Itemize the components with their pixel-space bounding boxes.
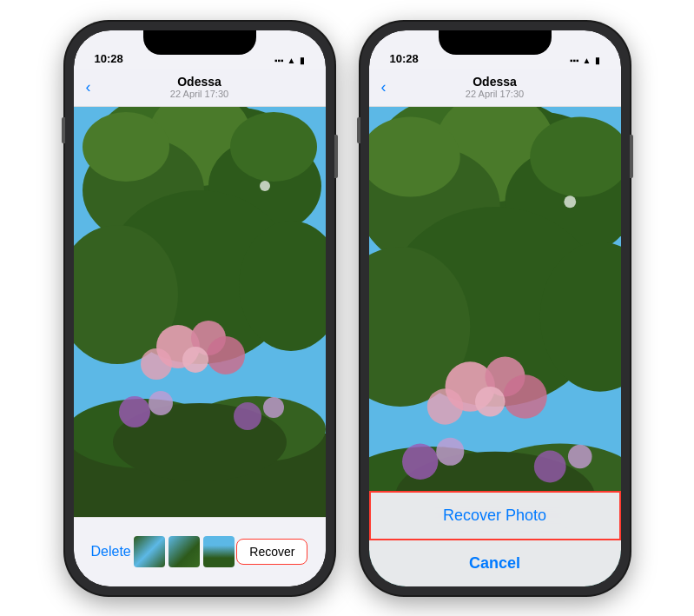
status-icons-1: ▪▪▪ ▲ ▮: [274, 56, 305, 65]
phone-1: 10:28 ▪▪▪ ▲ ▮ ‹ Odessa 22 April 17:30: [65, 22, 334, 595]
svg-point-21: [119, 396, 150, 427]
svg-point-24: [263, 397, 284, 418]
phone-inner-2: 10:28 ▪▪▪ ▲ ▮ ‹ Odessa 22 April 17:30: [369, 30, 621, 586]
phone-inner-1: 10:28 ▪▪▪ ▲ ▮ ‹ Odessa 22 April 17:30: [74, 30, 326, 586]
nav-title-1: Odessa 22 April 17:30: [170, 75, 228, 100]
recover-button[interactable]: Recover: [236, 539, 307, 565]
svg-point-50: [567, 444, 592, 468]
battery-icon-2: ▮: [595, 56, 600, 65]
thumb-image-2: [169, 536, 200, 567]
svg-point-47: [402, 443, 438, 479]
thumbnail-2: [169, 536, 200, 567]
wifi-icon-2: ▲: [583, 56, 592, 65]
back-button-1[interactable]: ‹: [86, 78, 91, 96]
svg-point-8: [230, 112, 317, 182]
svg-point-7: [83, 112, 169, 182]
thumb-image-1: [134, 536, 165, 567]
svg-point-40: [426, 388, 462, 424]
chevron-left-icon: ‹: [86, 78, 91, 96]
notch-1: [143, 30, 256, 55]
photo-scene-1: [74, 107, 326, 517]
volume-button-2: [357, 117, 360, 143]
signal-icon: ▪▪▪: [274, 56, 284, 65]
chevron-left-icon-2: ‹: [381, 78, 387, 96]
nav-bar-1: ‹ Odessa 22 April 17:30: [74, 69, 326, 107]
thumb-image-3: [203, 536, 235, 567]
photo-area-1: [74, 107, 326, 517]
svg-point-49: [533, 450, 565, 482]
phone-screen-2: 10:28 ▪▪▪ ▲ ▮ ‹ Odessa 22 April 17:30: [369, 30, 621, 586]
tree-image-1: [74, 107, 326, 517]
notch-2: [439, 30, 552, 55]
album-title-2: Odessa: [466, 75, 524, 89]
recover-photo-button[interactable]: Recover Photo: [369, 491, 621, 540]
phone-frame-2: 10:28 ▪▪▪ ▲ ▮ ‹ Odessa 22 April 17:30: [360, 22, 630, 595]
svg-point-23: [234, 402, 261, 430]
phone-2: 10:28 ▪▪▪ ▲ ▮ ‹ Odessa 22 April 17:30: [360, 22, 630, 595]
signal-icon-2: ▪▪▪: [570, 56, 579, 65]
battery-icon: ▮: [300, 56, 305, 65]
cancel-button[interactable]: Cancel: [369, 540, 621, 586]
bottom-toolbar-1: Delete Recover: [74, 517, 326, 586]
thumbnail-3: [203, 536, 235, 567]
svg-point-42: [475, 387, 506, 417]
phone-screen-1: 10:28 ▪▪▪ ▲ ▮ ‹ Odessa 22 April 17:30: [74, 30, 326, 586]
svg-point-51: [564, 195, 576, 208]
back-button-2[interactable]: ‹: [381, 78, 387, 96]
svg-point-41: [503, 374, 547, 419]
album-date-1: 22 April 17:30: [170, 89, 228, 99]
phone-frame-1: 10:28 ▪▪▪ ▲ ▮ ‹ Odessa 22 April 17:30: [65, 22, 334, 595]
album-date-2: 22 April 17:30: [466, 89, 524, 99]
volume-button: [62, 117, 65, 143]
album-title-1: Odessa: [170, 75, 228, 89]
action-sheet-overlay: Recover Photo Cancel: [369, 491, 621, 586]
wifi-icon: ▲: [288, 56, 296, 65]
nav-bar-2: ‹ Odessa 22 April 17:30: [369, 69, 621, 107]
photo-area-2: Recover Photo Cancel: [369, 107, 621, 586]
thumbnail-1: [134, 536, 165, 567]
status-time-2: 10:28: [390, 52, 419, 65]
power-button: [334, 135, 338, 178]
action-sheet: Recover Photo: [369, 491, 621, 540]
svg-point-15: [207, 336, 245, 374]
thumbnail-strip: [134, 536, 235, 567]
svg-point-25: [260, 181, 270, 191]
svg-point-14: [141, 348, 172, 380]
status-icons-2: ▪▪▪ ▲ ▮: [570, 56, 600, 65]
status-time-1: 10:28: [95, 52, 123, 65]
power-button-2: [630, 135, 633, 178]
svg-point-48: [436, 437, 464, 465]
delete-button[interactable]: Delete: [91, 544, 131, 560]
nav-title-2: Odessa 22 April 17:30: [466, 75, 524, 100]
svg-point-22: [149, 391, 173, 415]
svg-point-16: [182, 347, 208, 373]
